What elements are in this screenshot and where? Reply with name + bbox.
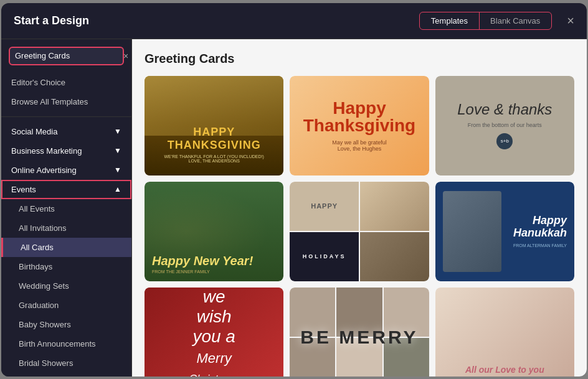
chevron-up-icon: ▲	[114, 185, 121, 194]
card-thanksgiving-2[interactable]: HappyThanksgiving May we all be grateful…	[290, 76, 429, 175]
tab-templates[interactable]: Templates	[419, 12, 480, 30]
sidebar-item-all-events[interactable]: All Events	[1, 199, 131, 218]
sidebar-item-social-media[interactable]: Social Media ▼	[1, 122, 131, 141]
sidebar: × 🔍 Editor's Choice Browse All Templates…	[1, 39, 132, 377]
section-title: Greeting Cards	[145, 52, 574, 66]
sidebar-item-editors-choice[interactable]: Editor's Choice	[1, 73, 131, 92]
start-a-design-modal: Start a Design Templates Blank Canvas × …	[1, 3, 587, 377]
card-holidays-collage[interactable]: HAPPY HOLIDAYS	[290, 182, 429, 281]
search-clear-button[interactable]: ×	[123, 51, 128, 61]
sidebar-item-all-cards[interactable]: All Cards	[1, 238, 131, 257]
card-be-merry[interactable]: BE MERRY	[290, 288, 429, 377]
tab-group: Templates Blank Canvas	[419, 12, 552, 30]
sidebar-item-birthdays[interactable]: Birthdays	[1, 257, 131, 276]
chevron-down-icon: ▼	[114, 127, 121, 136]
card-love-thanks[interactable]: Love & thanks From the bottom of our hea…	[435, 76, 574, 175]
chevron-down-icon: ▼	[114, 166, 121, 174]
sidebar-item-events[interactable]: Events ▲	[1, 180, 131, 199]
card-love-floral[interactable]: All our Love to you Brandon & Baby	[435, 288, 574, 377]
sidebar-item-graduation[interactable]: Graduation	[1, 296, 131, 315]
sidebar-item-birth-announcements[interactable]: Birth Announcements	[1, 334, 131, 353]
card-hanukkah[interactable]: HappyHanukkah FROM ALTERMAN FAMILY	[435, 182, 574, 281]
main-content: Greeting Cards HAPPYTHANKSGIVING WE'RE T…	[132, 39, 587, 377]
card-thanksgiving-1[interactable]: HAPPYTHANKSGIVING WE'RE THANKFUL FOR A L…	[145, 76, 283, 175]
modal-title: Start a Design	[14, 14, 412, 27]
close-button[interactable]: ×	[567, 14, 574, 28]
sidebar-item-business-marketing[interactable]: Business Marketing ▼	[1, 141, 131, 161]
sidebar-item-baby-showers[interactable]: Baby Showers	[1, 315, 131, 334]
card-new-year[interactable]: Happy New Year! FROM THE JENNER FAMILY	[145, 182, 283, 281]
card-grid: HAPPYTHANKSGIVING WE'RE THANKFUL FOR A L…	[145, 76, 574, 377]
divider	[1, 116, 131, 117]
tab-blank-canvas[interactable]: Blank Canvas	[479, 12, 551, 29]
sidebar-item-online-advertising[interactable]: Online Advertising ▼	[1, 161, 131, 180]
sidebar-item-all-invitations[interactable]: All Invitations	[1, 218, 131, 238]
card-christmas[interactable]: wewishyou aMerryChristmas	[145, 288, 283, 377]
sidebar-item-thank-you-cards[interactable]: Thank You Cards	[1, 373, 131, 377]
sidebar-item-wedding-sets[interactable]: Wedding Sets	[1, 276, 131, 296]
chevron-down-icon: ▼	[114, 146, 121, 155]
search-input[interactable]	[15, 51, 120, 60]
modal-header: Start a Design Templates Blank Canvas ×	[1, 3, 587, 39]
search-box: × 🔍	[9, 47, 124, 65]
modal-body: × 🔍 Editor's Choice Browse All Templates…	[1, 39, 587, 377]
sidebar-item-browse-all[interactable]: Browse All Templates	[1, 92, 131, 111]
sidebar-item-bridal-showers[interactable]: Bridal Showers	[1, 353, 131, 373]
